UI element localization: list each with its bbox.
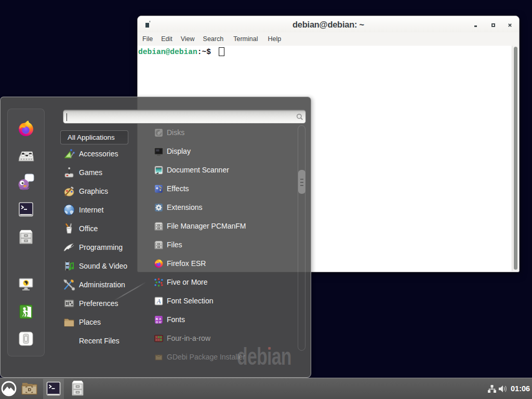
svg-text:w: w (158, 320, 162, 324)
svg-text:A: A (156, 297, 161, 304)
